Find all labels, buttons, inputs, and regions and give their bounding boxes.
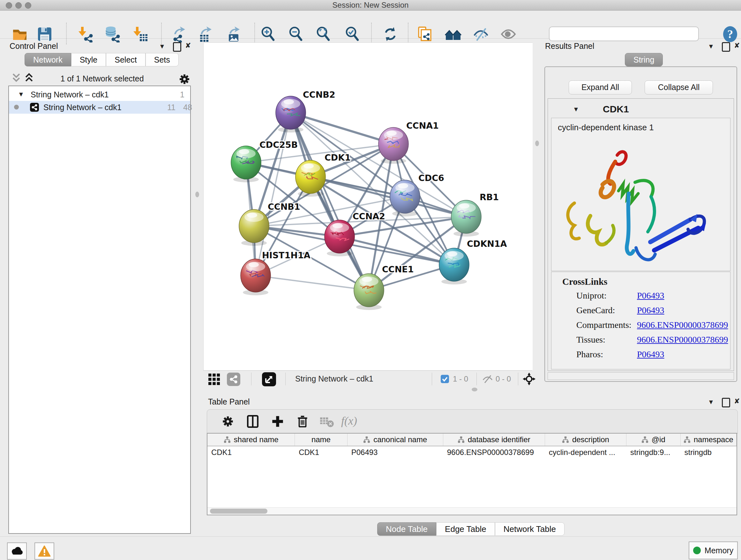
export-network-button[interactable] — [171, 26, 188, 43]
collapsed-section[interactable] — [548, 372, 734, 380]
tab-string[interactable]: String — [625, 53, 663, 66]
selected-checkbox-icon[interactable] — [441, 375, 449, 383]
column-header-description[interactable]: description — [545, 434, 626, 446]
import-network-database-button[interactable] — [104, 26, 121, 43]
node-CDKN1A[interactable] — [439, 248, 469, 285]
node-label-HIST1H1A: HIST1H1A — [262, 250, 311, 260]
import-table-button[interactable] — [132, 26, 149, 43]
crosslink-link[interactable]: 9606.ENSP00000378699 — [637, 334, 728, 345]
collection-label: String Network – cdk1 — [30, 90, 109, 99]
zoom-in-button[interactable] — [260, 26, 276, 43]
apply-layout-button[interactable] — [382, 26, 399, 43]
grid-view-icon[interactable] — [208, 374, 220, 385]
results-panel-float-icon[interactable] — [722, 42, 730, 52]
column-header-name[interactable]: name — [295, 434, 347, 446]
crosslink-link[interactable]: P06493 — [637, 349, 664, 360]
control-panel-close-icon[interactable]: ✘ — [185, 42, 191, 50]
title-bar: Session: New Session — [0, 0, 741, 10]
table-panel-float-icon[interactable] — [722, 398, 730, 408]
open-session-button[interactable] — [11, 26, 28, 43]
add-column-icon[interactable] — [270, 414, 285, 429]
network-status-dot — [14, 105, 19, 110]
protein-collapse-icon[interactable]: ▼ — [573, 106, 579, 113]
protein-description: cyclin-dependent kinase 1 — [558, 123, 654, 132]
column-header-namespace[interactable]: namespace — [681, 434, 737, 446]
expand-all-chevron-icon[interactable] — [24, 73, 34, 83]
control-panel-menu-icon[interactable]: ▼ — [159, 43, 165, 50]
expand-all-button[interactable]: Expand All — [569, 80, 632, 95]
right-splitter-handle[interactable] — [535, 140, 539, 146]
protein-summary-box: cyclin-dependent kinase 1 — [551, 118, 731, 271]
table-gear-icon[interactable] — [220, 414, 235, 429]
node-CCNE1[interactable] — [354, 273, 384, 310]
node-CCNA2[interactable] — [325, 220, 354, 256]
table-tabs: Node Table Edge Table Network Table — [377, 522, 564, 536]
warning-status-button[interactable] — [35, 543, 54, 560]
tab-node-table[interactable]: Node Table — [377, 522, 436, 536]
tab-style[interactable]: Style — [71, 53, 106, 66]
export-table-button[interactable] — [198, 26, 214, 43]
collapse-all-button[interactable]: Collapse All — [645, 80, 713, 95]
crosslink-link[interactable]: P06493 — [637, 305, 664, 315]
node-HIST1H1A[interactable] — [241, 259, 271, 295]
zoom-selected-button[interactable] — [344, 26, 360, 43]
column-header-database-identifier[interactable]: database identifier — [443, 434, 545, 446]
column-header--id[interactable]: @id — [626, 434, 680, 446]
string-home-button[interactable] — [445, 26, 461, 43]
collection-expand-icon[interactable]: ▼ — [18, 91, 24, 98]
show-all-button[interactable] — [500, 26, 517, 43]
crosslink-label: Uniprot: — [576, 291, 607, 301]
node-CCNB2[interactable] — [276, 96, 306, 132]
table-panel-close-icon[interactable]: ✘ — [734, 397, 740, 406]
help-icon: ? — [722, 26, 738, 43]
help-button[interactable]: ? — [722, 26, 738, 43]
control-panel-float-icon[interactable] — [173, 42, 181, 52]
horizontal-scrollbar[interactable] — [207, 507, 737, 515]
tab-select[interactable]: Select — [106, 53, 145, 66]
memory-button[interactable]: Memory — [689, 542, 738, 559]
edge-CCNB2-CCNA1[interactable] — [291, 113, 394, 144]
show-columns-icon[interactable] — [246, 414, 260, 429]
zoom-out-button[interactable] — [287, 26, 304, 43]
network-collection-row[interactable]: ▼ String Network – cdk1 1 — [9, 89, 190, 101]
crosslink-link[interactable]: 9606.ENSP00000378699 — [637, 320, 728, 330]
hide-selected-button[interactable] — [473, 26, 489, 43]
fit-content-crosshair-icon[interactable] — [522, 372, 536, 386]
node-CCNB1[interactable] — [239, 209, 269, 246]
birdseye-view-icon[interactable] — [262, 372, 276, 386]
node-RB1[interactable] — [451, 200, 481, 237]
gear-icon[interactable] — [178, 72, 192, 86]
delete-column-icon[interactable] — [295, 414, 310, 429]
function-builder-icon[interactable]: f(x) — [341, 414, 376, 429]
table-row[interactable]: CDK1CDK1P064939606.ENSP00000378699cyclin… — [207, 446, 737, 458]
scrollbar-thumb[interactable] — [210, 509, 267, 514]
tab-network[interactable]: Network — [24, 53, 71, 66]
bottom-splitter-handle[interactable] — [472, 388, 477, 391]
tab-edge-table[interactable]: Edge Table — [436, 522, 495, 536]
delete-table-icon[interactable] — [320, 414, 334, 429]
cloud-status-button[interactable] — [7, 543, 27, 560]
import-network-file-button[interactable] — [77, 26, 94, 43]
edge-CCNB2-CCNE1[interactable] — [291, 113, 369, 290]
crosslink-link[interactable]: P06493 — [637, 291, 664, 301]
search-input[interactable] — [549, 26, 699, 41]
export-image-button[interactable] — [226, 26, 242, 43]
node-CCNA1[interactable] — [379, 127, 408, 164]
column-header-canonical-name[interactable]: canonical name — [347, 434, 443, 446]
results-panel-close-icon[interactable]: ✘ — [734, 42, 740, 50]
network-canvas[interactable]: CCNB2CCNA1CDC25BCDK1CDC6RB1CCNB1CCNA2CDK… — [203, 43, 533, 371]
results-panel-menu-icon[interactable]: ▼ — [708, 43, 714, 50]
table-panel-menu-icon[interactable]: ▼ — [708, 398, 714, 406]
tab-network-table[interactable]: Network Table — [495, 522, 564, 536]
clone-network-button[interactable] — [417, 26, 433, 43]
zoom-fit-button[interactable] — [315, 26, 332, 43]
collapse-all-chevron-icon[interactable] — [11, 73, 21, 83]
node-CDC25B[interactable] — [231, 146, 261, 182]
tab-sets[interactable]: Sets — [145, 53, 179, 66]
edge-HIST1H1A-CCNE1[interactable] — [256, 275, 369, 290]
left-splitter-handle[interactable] — [195, 192, 199, 197]
save-session-button[interactable] — [37, 26, 53, 43]
network-row[interactable]: String Network – cdk1 11 48 — [9, 101, 190, 114]
string-view-icon[interactable] — [227, 373, 240, 386]
column-header-shared-name[interactable]: shared name — [207, 434, 295, 446]
